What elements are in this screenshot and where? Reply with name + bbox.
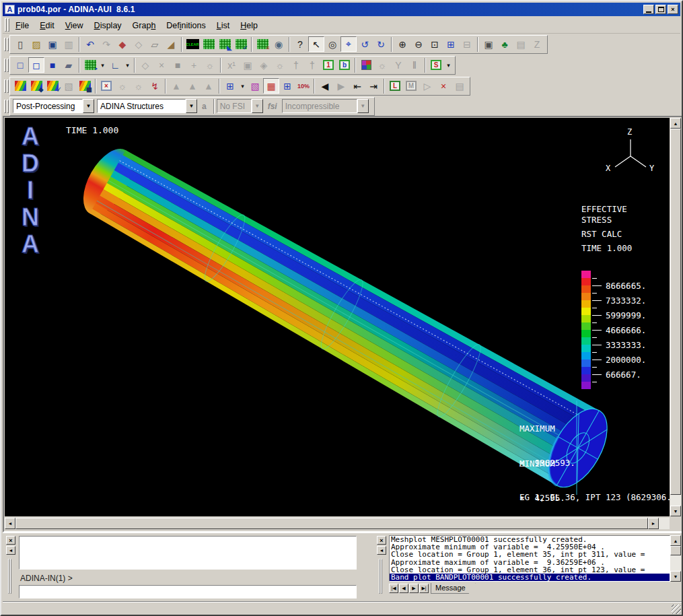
band-plot-smooth-icon[interactable]: ◆ [28,78,44,94]
menu-item-view[interactable]: View [60,19,89,32]
scroll-up-icon[interactable]: ▲ [670,535,681,546]
snapshot-icon[interactable]: ▣ [480,36,497,52]
toolbar-grip[interactable] [5,18,7,32]
toolbar-grip[interactable] [7,18,9,32]
scroll-up-icon[interactable]: ▲ [670,118,681,129]
mesh-update-icon[interactable]: ◣ [217,36,233,52]
chevron-down-icon[interactable]: ▼ [186,99,197,113]
save-icon[interactable]: ▣ [44,36,61,52]
vertical-scrollbar-thumb[interactable] [670,129,681,495]
message-line[interactable]: Close location = Group 1, element 35, in… [390,551,670,558]
first-step-icon[interactable]: ⇤ [349,78,365,94]
pick-icon[interactable]: ↖ [308,36,324,52]
toolbar-grip[interactable] [7,59,9,72]
menu-item-file[interactable]: File [10,19,34,32]
band-plot-line-icon[interactable]: ∕ [44,78,61,94]
scroll-down-icon[interactable]: ▼ [670,571,681,582]
zoom-in-icon[interactable]: ⊕ [394,36,410,52]
scroll-right-icon[interactable]: ► [648,518,659,529]
scale-10-icon[interactable]: 10% [295,78,312,94]
tab-message[interactable]: Message [431,583,476,594]
message-line[interactable]: Band plot BANDPLOT00001 successfully cre… [390,574,670,581]
collapse-panel-icon[interactable]: ◄ [377,546,386,555]
color-settings-dropdown-icon[interactable]: ▾ [98,57,107,73]
minimize-button[interactable] [643,5,654,14]
clear-plot-icon[interactable]: CLEAR [184,36,201,52]
collapse-panel-icon[interactable]: ◄ [6,546,15,555]
horizontal-scrollbar[interactable]: ◄ ► [5,518,670,529]
mesh-plot-icon[interactable] [201,36,217,52]
zoom-window-icon[interactable]: ⊡ [427,36,443,52]
scroll-down-icon[interactable]: ▼ [670,506,681,516]
module-combo[interactable]: ADINA Structures ▼ [97,99,197,113]
toolbar-grip[interactable] [4,38,6,51]
open-file-icon[interactable]: ▨ [28,36,44,52]
smooth-dropdown-icon[interactable]: ▾ [444,57,453,73]
magnify-icon[interactable]: ⊞ [443,36,459,52]
previous-step-icon[interactable]: ◀ [317,78,333,94]
tab-prev-icon[interactable]: ◀ [399,584,408,593]
node-label-icon[interactable]: 1 [320,57,336,73]
menu-item-list[interactable]: List [211,19,235,32]
boundary-plot-icon[interactable]: ≡ [254,36,271,52]
new-file-icon[interactable]: ▯ [12,36,28,52]
triad-icon[interactable]: ∟ [107,57,123,73]
graph-list-icon[interactable]: ▦ [263,78,279,94]
pick-element-icon[interactable]: ◎ [324,36,340,52]
vertical-scrollbar[interactable]: ▲ ▼ [670,118,681,516]
menu-item-graph[interactable]: Graph [127,19,161,32]
rotate-z-icon[interactable]: ↻ [373,36,389,52]
zoom-out-icon[interactable]: ⊖ [410,36,427,52]
tab-next-icon[interactable]: ▶ [409,584,419,593]
toolbar-grip[interactable] [4,100,6,113]
toolbar-grip[interactable] [4,79,6,93]
rotate-xy-icon[interactable]: ↺ [357,36,373,52]
panel-grip[interactable] [379,559,384,594]
movie-load-icon[interactable]: L [387,78,403,94]
menu-item-display[interactable]: Display [89,19,127,32]
paintbrush-icon[interactable]: ◢ [163,36,179,52]
vector-plot-icon[interactable]: × [98,78,114,94]
panel-grip[interactable] [8,559,13,594]
command-history-box[interactable] [19,536,357,570]
toolbar-grip[interactable] [7,79,9,93]
message-scrollbar-thumb[interactable] [670,546,681,555]
band-label-icon[interactable]: b [336,57,353,73]
erase-icon[interactable]: ▱ [147,36,163,52]
message-scrollbar[interactable]: ▲ ▼ [670,535,681,582]
chevron-down-icon[interactable]: ▼ [83,99,94,113]
table-dropdown-icon[interactable]: ▾ [238,78,247,94]
solid-view-icon[interactable]: ■ [44,57,61,73]
mesh-check-icon[interactable]: ✓ [233,36,249,52]
reaction-plot-icon[interactable]: ↯ [147,78,163,94]
horizontal-scrollbar-thumb[interactable] [15,518,648,529]
color-settings-icon[interactable]: ▪ [82,57,98,73]
command-input[interactable] [19,585,357,598]
smooth-icon[interactable]: S [428,57,444,73]
undo-icon[interactable]: ↶ [82,36,98,52]
graph-new-icon[interactable]: ▧ [247,78,263,94]
wireframe-view-icon[interactable]: □ [12,57,28,73]
resize-grip[interactable] [672,605,681,614]
maximize-button[interactable] [655,5,666,14]
band-table-icon[interactable]: ▦ [77,78,93,94]
close-button[interactable]: × [668,5,678,14]
last-step-icon[interactable]: ⇥ [365,78,382,94]
menu-item-definitions[interactable]: Definitions [161,19,211,32]
dynamic-pan-icon[interactable]: ⌖ [340,36,357,52]
band-plot-icon[interactable] [12,78,28,94]
toolbar-grip[interactable] [7,38,9,51]
redraw-icon[interactable]: ◆ [114,36,131,52]
mode-combo[interactable]: Post-Processing ▼ [13,99,94,113]
message-log[interactable]: Meshplot MESHPLOT00001 successfully crea… [389,535,670,582]
toolbar-grip[interactable] [4,59,6,72]
menu-item-help[interactable]: Help [235,19,263,32]
scroll-left-icon[interactable]: ◄ [5,518,15,529]
close-icon[interactable]: × [377,536,386,545]
graphics-canvas[interactable]: A D I N A TIME 1.000 Z X Y EFFECTIVE STR… [5,118,670,516]
help-icon[interactable]: ? [292,36,308,52]
menu-item-edit[interactable]: Edit [34,19,60,32]
shaded-view-icon[interactable]: ▰ [61,57,77,73]
load-plot-icon[interactable]: ◉ [271,36,287,52]
refresh-graphics-icon[interactable]: ♣ [497,36,513,52]
